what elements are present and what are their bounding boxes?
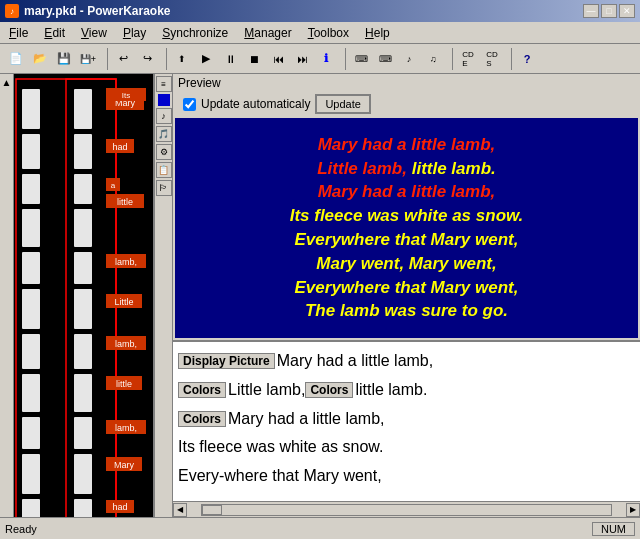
preview-line-3: Mary had a little lamb, <box>318 182 496 201</box>
svg-text:Mary: Mary <box>114 460 134 470</box>
menu-manager[interactable]: Manager <box>240 25 295 41</box>
new-button[interactable]: 📄 <box>5 48 27 70</box>
svg-rect-3 <box>22 89 40 129</box>
update-button[interactable]: Update <box>315 94 370 114</box>
colors-tag-3[interactable]: Colors <box>178 411 226 427</box>
menu-synchronize[interactable]: Synchronize <box>158 25 232 41</box>
cd1-button[interactable]: CDE <box>457 48 479 70</box>
preview-panel: Preview Update automaticaly Update Mary … <box>173 74 640 340</box>
tool3-button[interactable]: ♪ <box>398 48 420 70</box>
colors-tag-2[interactable]: Colors <box>305 382 353 398</box>
save-all-button[interactable]: 💾+ <box>77 48 99 70</box>
preview-line-8: The lamb was sure to go. <box>305 301 508 320</box>
svg-rect-13 <box>22 499 40 517</box>
lyrics-line-5: Every-where that Mary went, <box>178 462 635 491</box>
svg-text:lamb,: lamb, <box>115 423 137 433</box>
svg-text:lamb,: lamb, <box>115 339 137 349</box>
close-button[interactable]: ✕ <box>619 4 635 18</box>
play-button[interactable]: ▶ <box>195 48 217 70</box>
menu-play[interactable]: Play <box>119 25 150 41</box>
side-btn-6[interactable]: 🏳 <box>156 180 172 196</box>
side-btn-3[interactable]: 🎵 <box>156 126 172 142</box>
svg-rect-20 <box>74 289 92 329</box>
svg-text:Little: Little <box>114 297 133 307</box>
lyrics-text-5: Every-where that Mary went, <box>178 462 382 491</box>
scroll-left-button[interactable]: ◀ <box>173 503 187 517</box>
pause-button[interactable]: ⏸ <box>219 48 241 70</box>
svg-rect-7 <box>22 252 40 284</box>
tool4-button[interactable]: ♫ <box>422 48 444 70</box>
svg-rect-12 <box>22 454 40 494</box>
svg-rect-22 <box>74 374 92 412</box>
preview-label: Preview <box>173 74 640 92</box>
side-btn-1[interactable]: ≡ <box>156 76 172 92</box>
stop-button[interactable]: ⏹ <box>243 48 265 70</box>
maximize-button[interactable]: □ <box>601 4 617 18</box>
tool1-button[interactable]: ⌨ <box>350 48 372 70</box>
lyrics-scroll-area[interactable]: Display Picture Mary had a little lamb, … <box>173 342 640 501</box>
toolbar: 📄 📂 💾 💾+ ↩ ↪ ⬆ ▶ ⏸ ⏹ ⏮ ⏭ ℹ ⌨ ⌨ ♪ ♫ CDE C… <box>0 44 640 74</box>
side-toolbar: ≡ ♪ 🎵 ⚙ 📋 🏳 <box>155 74 173 517</box>
svg-text:a: a <box>111 181 116 190</box>
export-button[interactable]: ⬆ <box>171 48 193 70</box>
svg-text:Its: Its <box>122 91 130 100</box>
svg-rect-17 <box>74 174 92 204</box>
lyrics-text-2a: Little la <box>228 376 279 405</box>
open-button[interactable]: 📂 <box>29 48 51 70</box>
scroll-right-button[interactable]: ▶ <box>626 503 640 517</box>
side-btn-2[interactable]: ♪ <box>156 108 172 124</box>
side-btn-5[interactable]: 📋 <box>156 162 172 178</box>
svg-rect-16 <box>74 134 92 169</box>
lyrics-text-2b: mb, <box>279 376 306 405</box>
svg-rect-4 <box>22 134 40 169</box>
cd2-button[interactable]: CDS <box>481 48 503 70</box>
preview-display: Mary had a little lamb, Little lamb, lit… <box>175 118 638 338</box>
scroll-thumb[interactable] <box>202 505 222 515</box>
menu-toolbox[interactable]: Toolbox <box>304 25 353 41</box>
lyrics-text-2c: little lamb. <box>355 376 427 405</box>
preview-line-4: Its fleece was white as snow. <box>290 206 524 225</box>
colors-tag-1[interactable]: Colors <box>178 382 226 398</box>
horizontal-scrollbar[interactable]: ◀ ▶ <box>173 501 640 517</box>
auto-update-checkbox[interactable] <box>183 98 196 111</box>
minimize-button[interactable]: — <box>583 4 599 18</box>
menu-file[interactable]: File <box>5 25 32 41</box>
preview-text: Mary had a little lamb, Little lamb, lit… <box>285 128 529 328</box>
menu-bar: File Edit View Play Synchronize Manager … <box>0 22 640 44</box>
right-panel: ≡ ♪ 🎵 ⚙ 📋 🏳 Preview Update automaticaly … <box>155 74 640 517</box>
waveform-scroll[interactable]: ▲ <box>0 74 14 517</box>
lyrics-text-4: Its fleece was white as snow. <box>178 433 383 462</box>
svg-rect-19 <box>74 252 92 284</box>
menu-edit[interactable]: Edit <box>40 25 69 41</box>
lyrics-text-1: Mary had a little lamb, <box>277 347 434 376</box>
info-button[interactable]: ℹ <box>315 48 337 70</box>
svg-text:had: had <box>112 142 127 152</box>
preview-line-2a: Little lamb, <box>317 159 411 178</box>
display-picture-tag[interactable]: Display Picture <box>178 353 275 369</box>
next-button[interactable]: ⏭ <box>291 48 313 70</box>
lyrics-line-2: Colors Little lamb, Colors little lamb. <box>178 376 635 405</box>
blue-indicator <box>158 94 170 106</box>
menu-help[interactable]: Help <box>361 25 394 41</box>
preview-line-5: Everywhere that Mary went, <box>295 230 519 249</box>
svg-rect-21 <box>74 334 92 369</box>
undo-button[interactable]: ↩ <box>112 48 134 70</box>
preview-section: Preview Update automaticaly Update Mary … <box>173 74 640 517</box>
svg-text:little: little <box>116 379 132 389</box>
status-num: NUM <box>592 522 635 536</box>
side-btn-4[interactable]: ⚙ <box>156 144 172 160</box>
prev-button[interactable]: ⏮ <box>267 48 289 70</box>
svg-text:little: little <box>117 197 133 207</box>
menu-view[interactable]: View <box>77 25 111 41</box>
svg-rect-10 <box>22 374 40 412</box>
help-toolbar-button[interactable]: ? <box>516 48 538 70</box>
preview-line-1: Mary had a little lamb, <box>318 135 496 154</box>
redo-button[interactable]: ↪ <box>136 48 158 70</box>
svg-rect-23 <box>74 417 92 449</box>
waveform-display: Mary had a little lamb, Little lamb, lit… <box>14 74 153 517</box>
tool2-button[interactable]: ⌨ <box>374 48 396 70</box>
waveform-panel: ▲ <box>0 74 155 517</box>
save-button[interactable]: 💾 <box>53 48 75 70</box>
lyrics-line-3: Colors Mary had a little lamb, <box>178 405 635 434</box>
scroll-track[interactable] <box>201 504 612 516</box>
